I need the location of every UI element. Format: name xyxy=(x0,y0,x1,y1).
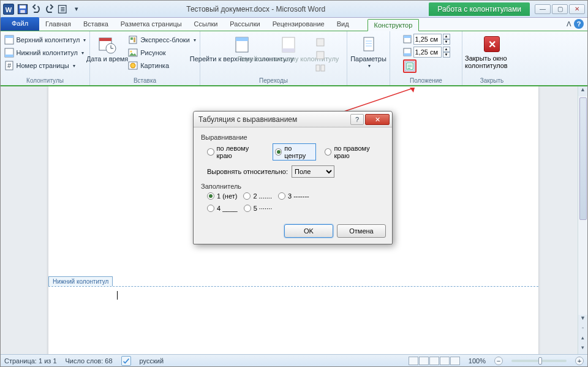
top-margin-icon xyxy=(402,34,412,44)
tab-mailings[interactable]: Рассылки xyxy=(224,18,266,31)
dialog-close-icon[interactable]: ✕ xyxy=(365,114,390,125)
close-button[interactable]: ✕ xyxy=(569,4,585,14)
tab-insert[interactable]: Вставка xyxy=(77,18,115,31)
leader-4-radio[interactable]: 4 ____ xyxy=(207,205,238,212)
picture-icon xyxy=(128,48,138,58)
svg-rect-11 xyxy=(99,38,111,41)
ok-button[interactable]: OK xyxy=(284,224,333,238)
view-draft-icon[interactable] xyxy=(450,357,460,365)
qat-customize-icon[interactable]: ▾ xyxy=(70,3,83,15)
svg-rect-25 xyxy=(317,51,324,59)
tab-home[interactable]: Главная xyxy=(39,18,77,31)
footer-from-bottom[interactable]: ▲▼ xyxy=(402,47,450,58)
svg-text:#: # xyxy=(7,62,12,69)
close-header-footer-button[interactable]: ✕ Закрыть окно колонтитулов xyxy=(465,34,519,69)
tab-layout[interactable]: Разметка страницы xyxy=(115,18,188,31)
leader-3-radio[interactable]: 3 ------- xyxy=(278,192,309,200)
title-bar: W ▾ Тестовый документ.docx - Microsoft W… xyxy=(1,1,587,18)
header-button[interactable]: Верхний колонтитул▾ xyxy=(2,34,89,46)
footer-button[interactable]: Нижний колонтитул▾ xyxy=(2,47,89,59)
clipart-icon xyxy=(128,61,138,70)
datetime-button[interactable]: Дата и время xyxy=(91,34,123,64)
tab-design[interactable]: Конструктор xyxy=(368,19,420,31)
svg-point-17 xyxy=(130,51,132,53)
minimize-ribbon-icon[interactable]: ᐱ xyxy=(567,20,571,28)
file-tab[interactable]: Файл xyxy=(1,17,39,31)
next-page-icon[interactable]: ▾ xyxy=(578,344,587,354)
header-from-top[interactable]: ▲▼ xyxy=(402,34,450,45)
svg-rect-1 xyxy=(20,5,26,8)
clipart-button[interactable]: Картинка xyxy=(126,59,198,72)
qat-button[interactable] xyxy=(57,3,69,15)
align-center-radio[interactable]: по центру xyxy=(273,143,316,161)
status-words[interactable]: Число слов: 68 xyxy=(66,357,113,365)
tab-view[interactable]: Вид xyxy=(331,18,355,31)
ribbon-tabstrip: Файл Главная Вставка Разметка страницы С… xyxy=(1,18,587,31)
tab-references[interactable]: Ссылки xyxy=(188,18,224,31)
vertical-scrollbar[interactable]: ▲ ▼ ◦ ▴ ▾ xyxy=(578,86,587,354)
zoom-level[interactable]: 100% xyxy=(469,357,486,365)
leader-5-radio[interactable]: 5 ······· xyxy=(244,205,273,212)
leader-1-radio[interactable]: 1 (нет) xyxy=(207,192,237,200)
scroll-thumb[interactable] xyxy=(579,97,587,220)
quickparts-button[interactable]: Экспресс-блоки▾ xyxy=(126,34,198,46)
page-number-button[interactable]: #Номер страницы▾ xyxy=(2,59,89,72)
link-prev-button xyxy=(313,62,328,74)
pagenum-icon: # xyxy=(4,61,14,70)
prev-icon xyxy=(315,37,325,47)
maximize-button[interactable]: ▢ xyxy=(552,4,568,14)
redo-icon[interactable] xyxy=(43,3,56,15)
dialog-titlebar[interactable]: Табуляция с выравниванием ? ✕ xyxy=(194,112,392,127)
group-label-insert: Вставка xyxy=(94,77,196,85)
view-print-icon[interactable] xyxy=(409,357,418,365)
view-buttons xyxy=(409,357,460,365)
svg-rect-32 xyxy=(404,53,411,56)
goto-footer-icon xyxy=(279,35,298,55)
header-top-input[interactable] xyxy=(413,34,442,45)
svg-rect-28 xyxy=(364,37,374,51)
zoom-handle[interactable] xyxy=(538,357,542,365)
help-icon[interactable]: ? xyxy=(574,19,584,29)
zoom-slider[interactable] xyxy=(511,360,567,362)
view-fullscreen-icon[interactable] xyxy=(419,357,429,365)
relative-to-label: Выровнять относительно: xyxy=(207,168,288,175)
options-icon xyxy=(359,35,379,55)
footer-icon xyxy=(4,48,14,58)
undo-icon[interactable] xyxy=(30,3,42,15)
svg-rect-24 xyxy=(317,39,324,46)
svg-rect-21 xyxy=(236,37,248,41)
svg-rect-5 xyxy=(5,36,13,38)
zoom-out-button[interactable]: − xyxy=(494,357,503,365)
align-left-radio[interactable]: по левому краю xyxy=(207,143,264,161)
align-right-radio[interactable]: по правому краю xyxy=(325,143,385,161)
browse-object-icon[interactable]: ◦ xyxy=(578,325,587,335)
close-hf-icon: ✕ xyxy=(484,36,500,52)
relative-to-select[interactable]: Поле xyxy=(292,165,334,178)
footer-bottom-input[interactable] xyxy=(413,47,442,58)
proofing-icon[interactable] xyxy=(121,356,131,366)
dialog-help-icon[interactable]: ? xyxy=(350,114,364,125)
leader-2-radio[interactable]: 2 ....... xyxy=(243,192,272,200)
zoom-in-button[interactable]: + xyxy=(575,357,584,365)
picture-button[interactable]: Рисунок xyxy=(126,47,198,59)
nav-prev-button xyxy=(313,36,328,48)
svg-rect-23 xyxy=(282,48,295,52)
options-button[interactable]: Параметры▾ xyxy=(349,34,388,70)
minimize-button[interactable]: — xyxy=(535,4,551,14)
spin-up-icon[interactable]: ▲ xyxy=(443,34,450,39)
scroll-up-icon[interactable]: ▲ xyxy=(578,86,587,96)
svg-rect-26 xyxy=(316,65,320,71)
cancel-button[interactable]: Отмена xyxy=(337,224,386,238)
tab-review[interactable]: Рецензирование xyxy=(266,18,331,31)
prev-page-icon[interactable]: ▴ xyxy=(578,335,587,344)
status-page[interactable]: Страница: 1 из 1 xyxy=(4,357,57,365)
spin-down-icon[interactable]: ▼ xyxy=(443,52,450,58)
scroll-down-icon[interactable]: ▼ xyxy=(578,315,587,325)
view-outline-icon[interactable] xyxy=(440,357,450,365)
spin-down-icon[interactable]: ▼ xyxy=(443,39,450,45)
save-icon[interactable] xyxy=(17,3,29,15)
insert-alignment-tab-button[interactable] xyxy=(403,59,417,73)
status-language[interactable]: русский xyxy=(140,357,164,365)
view-web-icon[interactable] xyxy=(429,357,439,365)
spin-up-icon[interactable]: ▲ xyxy=(443,47,450,52)
